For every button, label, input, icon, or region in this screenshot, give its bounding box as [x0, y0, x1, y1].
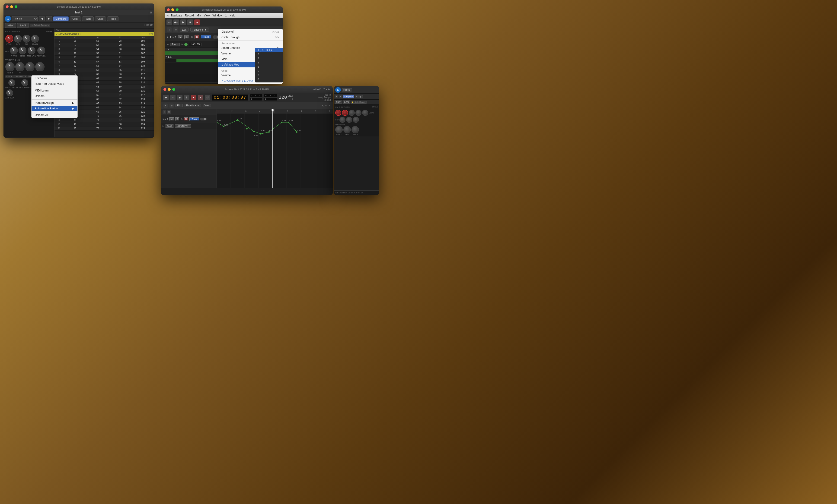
transport-stop[interactable]: ■ [187, 19, 193, 25]
close-icon[interactable] [6, 5, 8, 8]
add-button[interactable]: + [167, 27, 172, 32]
mini-var-knob2[interactable] [343, 126, 351, 133]
trig-knob[interactable] [22, 35, 30, 43]
tracks-add-button[interactable]: + [163, 104, 167, 108]
tracks-play[interactable]: ▶ [177, 95, 182, 100]
scissors-tool[interactable]: ✂ [328, 104, 331, 107]
mini-nav-back[interactable]: ◀ [335, 95, 338, 98]
undo-button[interactable]: Undo [95, 16, 106, 21]
ctx-midi-learn[interactable]: MIDI Learn [32, 88, 77, 93]
minimize-icon2[interactable] [171, 8, 174, 11]
mini-manual-select[interactable]: Manual [342, 88, 352, 92]
gate-knob[interactable] [14, 35, 22, 43]
compare-button[interactable]: Compare [53, 16, 69, 21]
mini-var-knob3[interactable] [352, 126, 359, 133]
mini-knob3[interactable] [362, 110, 368, 116]
var-knob1[interactable] [5, 62, 15, 71]
mini-knob1[interactable] [349, 110, 355, 116]
transport-play[interactable]: ▶ [180, 19, 186, 25]
dd-display-off[interactable]: Display off ⌘⌥Y [218, 29, 283, 35]
touch-button[interactable]: Touch [170, 43, 180, 46]
mini-save-button[interactable]: SAVE [343, 100, 350, 104]
power-button[interactable]: ⏻ [5, 16, 11, 22]
track-m-button[interactable]: M [178, 35, 183, 39]
transport-record[interactable]: ● [194, 19, 200, 25]
tracks-functions-button[interactable]: Functions ▼ [184, 104, 201, 107]
menu-record[interactable]: Record [185, 14, 194, 17]
tracks-view-button[interactable]: View [203, 104, 211, 107]
tracks-record[interactable]: ● [191, 95, 196, 100]
track3-parameter-dropdown[interactable]: 1 (CUTOFF) ▾ [175, 124, 191, 128]
ctx-automation-assign[interactable]: Automation Assign ▶ [32, 106, 77, 111]
tracks-cycle[interactable]: ↺ [205, 95, 210, 100]
track-settings-icon[interactable]: ⚙ [191, 35, 193, 39]
minimize-icon[interactable] [10, 5, 13, 8]
mini-power-button[interactable]: ⏻ [335, 87, 341, 93]
tracks-pause[interactable]: ⏸ [184, 95, 190, 100]
tracks-grid-button[interactable]: ⊞ [170, 104, 174, 108]
menu-mix[interactable]: Mix [197, 14, 201, 17]
mini-nav-forward[interactable]: ▶ [339, 95, 342, 98]
num-item-6[interactable]: 6 [255, 69, 283, 73]
multi-knob[interactable] [31, 35, 39, 43]
save-button[interactable]: SAVE [17, 23, 29, 28]
new-button[interactable]: NEW [5, 23, 16, 28]
oct-knob[interactable] [10, 46, 18, 54]
ctx-unlearn[interactable]: Unlearn [32, 93, 77, 99]
num-item-8[interactable]: 8 [255, 77, 283, 81]
menu-help[interactable]: Help [230, 14, 235, 17]
mini-knob-red2[interactable] [342, 110, 348, 116]
pitch-knob[interactable] [5, 35, 13, 43]
num-item-9[interactable]: 9 [255, 81, 283, 82]
cursor-tool[interactable]: ↖ [322, 104, 324, 107]
tracks-rewind[interactable]: ⏮ [163, 95, 168, 100]
mini-knob4[interactable] [339, 117, 345, 123]
mini-knob6[interactable] [353, 117, 359, 123]
track3-settings-icon[interactable]: ⚙ [181, 118, 183, 120]
track-s-button[interactable]: S [184, 35, 189, 39]
track3-play-icon[interactable]: ▶ [162, 125, 164, 127]
mini-compare-button[interactable]: Compare [343, 95, 354, 98]
var-knob2[interactable] [15, 62, 24, 71]
mini-copy-button[interactable]: Copy [355, 95, 363, 98]
tracks-back[interactable]: ← [170, 95, 176, 100]
num-item-3[interactable]: 3 [255, 56, 283, 60]
ampgain-knob[interactable] [6, 89, 13, 96]
mini-knob-red1[interactable] [335, 110, 341, 116]
ctx-return-default[interactable]: Return To Default Value [32, 81, 77, 87]
track3-toggle[interactable] [200, 118, 207, 120]
polyvel-knob[interactable] [37, 46, 45, 54]
modwheel-knob[interactable] [28, 46, 35, 54]
dd-cycle-through[interactable]: Cycle Through ⌘Y [218, 35, 283, 40]
menu-window[interactable]: Window [213, 14, 222, 17]
mini-preset-selector[interactable]: ⭐ <Select Preset> [351, 101, 367, 104]
track-play-icon[interactable]: ▶ [167, 36, 169, 38]
num-item-2[interactable]: 2 [255, 52, 283, 56]
tracks-edit-button[interactable]: Edit [176, 104, 183, 107]
tracks-record2[interactable]: ● [198, 95, 203, 100]
transport-rewind[interactable]: ⏮ [166, 19, 172, 25]
nav-forward-button[interactable]: ▶ [46, 16, 52, 21]
minimize-icon3[interactable] [168, 88, 171, 91]
track-parameter[interactable]: 1 (CUTО [189, 43, 201, 46]
num-item-1[interactable]: 1 (CUTOFF) [255, 48, 283, 52]
track-track-button[interactable]: Track [201, 35, 211, 39]
num-item-4[interactable]: 4 [255, 60, 283, 64]
zoom-icon[interactable] [15, 5, 17, 8]
preset-selector[interactable]: < Select Preset> [30, 24, 50, 27]
zoom-icon3[interactable] [172, 88, 175, 91]
track3-r-button[interactable]: R [184, 117, 189, 121]
redo-button[interactable]: Redo [107, 16, 118, 21]
list-grid-button[interactable]: ⊞ [167, 110, 171, 114]
bend-knob[interactable] [19, 46, 26, 54]
mini-knob5[interactable] [346, 117, 352, 123]
num-item-5[interactable]: 5 [255, 64, 283, 69]
track3-track-button[interactable]: Track [189, 117, 199, 121]
mini-knob2[interactable] [355, 110, 361, 116]
sub-play-icon[interactable]: ▶ [167, 43, 169, 45]
menu-back-icon[interactable]: ◀ [166, 14, 168, 17]
pencil-tool[interactable]: ✏ [325, 104, 327, 107]
functions-button[interactable]: Functions ▼ [190, 27, 209, 32]
ctx-unlearn-all[interactable]: Unlearn All [32, 112, 77, 118]
num-item-7[interactable]: 7 [255, 73, 283, 77]
